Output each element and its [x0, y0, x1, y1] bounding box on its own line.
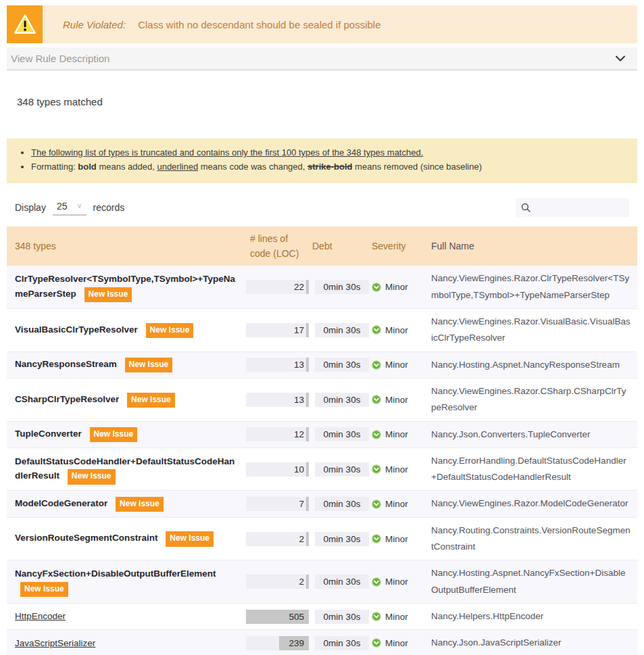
- type-name-link[interactable]: HttpEncoder: [15, 611, 66, 621]
- type-cell: VisualBasicClrTypeResolver New Issue: [7, 318, 243, 343]
- table-row: HttpEncoder 505 0min 30s Minor Nancy.Hel…: [7, 604, 637, 630]
- search-input[interactable]: [535, 202, 622, 212]
- minor-severity-icon: [372, 577, 381, 587]
- page-size-select[interactable]: 25 ∨: [53, 199, 86, 216]
- header-full-name[interactable]: Full Name: [426, 235, 637, 257]
- loc-value: 17: [294, 323, 304, 337]
- debt-cell: 0min 30s: [311, 458, 370, 481]
- type-name-link[interactable]: DefaultStatusCodeHandler+DefaultStatusCo…: [15, 456, 234, 481]
- page-size-value: 25: [57, 201, 68, 212]
- type-name-link[interactable]: NancyResponseStream: [15, 359, 117, 369]
- type-name-link[interactable]: NancyFxSection+DisableOutputBufferElemen…: [15, 568, 216, 579]
- rule-violated-label: Rule Violated:: [63, 19, 126, 30]
- loc-bar-fill: [306, 393, 309, 407]
- loc-cell: 13: [243, 388, 311, 412]
- table-row: NancyResponseStream New Issue 13 0min 30…: [7, 352, 637, 379]
- type-name-link[interactable]: VisualBasicClrTypeResolver: [15, 324, 138, 335]
- severity-label: Minor: [385, 464, 408, 475]
- loc-value: 12: [294, 427, 304, 441]
- new-issue-badge: New Issue: [125, 358, 173, 372]
- loc-bar-fill: [306, 358, 309, 372]
- loc-bar: 239: [246, 636, 309, 650]
- debt-value: 0min 30s: [315, 393, 369, 407]
- debt-cell: 0min 30s: [311, 605, 370, 629]
- severity-cell: Minor: [370, 277, 426, 297]
- loc-value: 7: [299, 497, 304, 511]
- header-types[interactable]: 348 types: [7, 235, 243, 257]
- loc-bar: 2: [246, 532, 309, 546]
- search-icon: [521, 203, 530, 212]
- debt-value: 0min 30s: [315, 610, 369, 624]
- view-rule-description-toggle[interactable]: View Rule Description: [7, 47, 637, 70]
- loc-cell: 12: [243, 422, 311, 446]
- severity-label: Minor: [385, 612, 408, 622]
- loc-value: 10: [294, 462, 304, 477]
- chevron-down-icon[interactable]: [616, 55, 625, 62]
- new-issue-badge: New Issue: [90, 427, 138, 442]
- table-row: NancyFxSection+DisableOutputBufferElemen…: [7, 560, 637, 604]
- search-box[interactable]: [516, 198, 629, 217]
- type-cell: TupleConverter New Issue: [7, 422, 243, 447]
- type-name-link[interactable]: CSharpClrTypeResolver: [15, 394, 119, 404]
- loc-value: 2: [299, 575, 304, 589]
- table-row: VisualBasicClrTypeResolver New Issue 17 …: [7, 309, 637, 352]
- minor-severity-icon: [372, 638, 381, 648]
- loc-bar-fill: [306, 532, 309, 546]
- type-cell: HttpEncoder: [7, 604, 243, 629]
- type-name-link[interactable]: JavaScriptSerializer: [15, 638, 95, 648]
- debt-cell: 0min 30s: [311, 631, 370, 655]
- type-name-link[interactable]: VersionRouteSegmentConstraint: [15, 533, 158, 543]
- debt-value: 0min 30s: [315, 575, 369, 589]
- loc-bar: 505: [246, 610, 309, 624]
- debt-cell: 0min 30s: [311, 527, 370, 551]
- header-loc[interactable]: # lines of code (LOC): [243, 226, 311, 266]
- header-severity[interactable]: Severity: [370, 236, 426, 256]
- debt-value: 0min 30s: [315, 427, 369, 441]
- severity-cell: Minor: [370, 390, 426, 410]
- loc-cell: 17: [243, 318, 311, 342]
- table-row: DefaultStatusCodeHandler+DefaultStatusCo…: [7, 448, 637, 491]
- loc-cell: 2: [243, 527, 311, 551]
- warning-triangle-icon: [14, 13, 36, 36]
- debt-value: 0min 30s: [315, 636, 369, 650]
- type-name-link[interactable]: ModelCodeGenerator: [15, 498, 107, 508]
- full-name: Nancy.Helpers.HttpEncoder: [426, 604, 637, 629]
- minor-severity-icon: [372, 325, 381, 335]
- type-cell: NancyResponseStream New Issue: [7, 352, 243, 377]
- loc-bar: 13: [246, 393, 309, 407]
- severity-cell: Minor: [370, 633, 426, 653]
- new-issue-badge: New Issue: [116, 497, 164, 512]
- severity-cell: Minor: [370, 320, 426, 340]
- display-label: Display: [15, 202, 46, 213]
- severity-label: Minor: [385, 638, 408, 648]
- severity-label: Minor: [385, 395, 408, 405]
- debt-value: 0min 30s: [315, 497, 369, 511]
- new-issue-badge: New Issue: [84, 287, 132, 302]
- type-cell: CSharpClrTypeResolver New Issue: [7, 387, 243, 412]
- type-cell: NancyFxSection+DisableOutputBufferElemen…: [7, 562, 243, 602]
- full-name: Nancy.Hosting.Aspnet.NancyResponseStream: [426, 352, 637, 378]
- debt-value: 0min 30s: [315, 280, 369, 294]
- full-name: Nancy.Json.JavaScriptSerializer: [426, 630, 637, 655]
- type-name-link[interactable]: TupleConverter: [15, 429, 82, 439]
- table-row: ModelCodeGenerator New Issue 7 0min 30s …: [7, 491, 637, 517]
- full-name: Nancy.Hosting.Aspnet.NancyFxSection+Disa…: [426, 560, 637, 603]
- minor-severity-icon: [372, 500, 381, 509]
- table-row: VersionRouteSegmentConstraint New Issue …: [7, 518, 637, 561]
- rule-violated-banner: Rule Violated: Class with no descendant …: [7, 5, 637, 43]
- severity-cell: Minor: [370, 572, 426, 591]
- loc-cell: 505: [243, 605, 311, 629]
- loc-value: 13: [294, 358, 304, 372]
- loc-bar-fill: [306, 497, 309, 511]
- minor-severity-icon: [372, 360, 381, 370]
- loc-value: 13: [294, 393, 304, 407]
- severity-label: Minor: [385, 360, 408, 370]
- loc-bar: 12: [246, 427, 309, 441]
- table-row: JavaScriptSerializer 239 0min 30s Minor …: [7, 630, 637, 655]
- header-debt[interactable]: Debt: [311, 236, 370, 256]
- debt-cell: 0min 30s: [311, 570, 370, 593]
- note-formatting: Formatting: bold means added, underlined…: [31, 161, 628, 174]
- loc-value: 505: [289, 610, 304, 624]
- new-issue-badge: New Issue: [166, 531, 214, 546]
- severity-label: Minor: [385, 577, 408, 587]
